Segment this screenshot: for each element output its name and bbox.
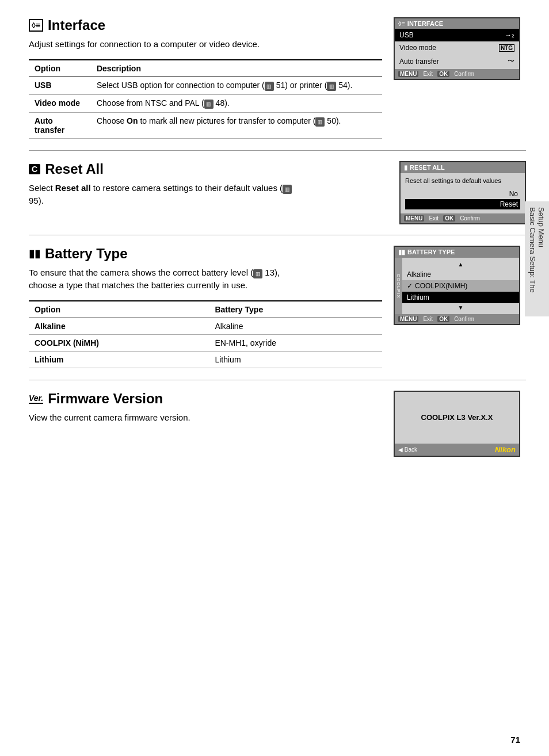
interface-screen-footer: MENU Exit OK Confirm xyxy=(395,69,519,79)
battery-screen-header: ▮▮ BATTERY TYPE xyxy=(395,247,519,258)
interface-option-usb: USB xyxy=(29,77,91,94)
battery-options: ▲ Alkaline ✓ COOLPIX(NiMH) Lithium ▼ xyxy=(402,258,519,314)
table-row: Autotransfer Choose On to mark all new p… xyxy=(29,112,382,138)
firmware-version-text: COOLPIX L3 Ver.X.X xyxy=(421,413,493,422)
interface-section: ◊≡ Interface Adjust settings for connect… xyxy=(29,17,526,139)
interface-col2-header: Description xyxy=(91,60,382,77)
scroll-up-arrow: ▲ xyxy=(402,260,519,269)
firmware-description: View the current camera firmware version… xyxy=(29,411,305,425)
reset-screen-title: RESET ALL xyxy=(410,164,445,171)
battery-option-lithium-screen: Lithium xyxy=(402,292,519,303)
exit-label: Exit xyxy=(429,215,439,222)
interface-description: Adjust settings for connection to a comp… xyxy=(29,38,305,51)
reset-option-no: No xyxy=(405,189,520,199)
battery-screen-footer: MENU Exit OK Confirm xyxy=(395,314,519,324)
battery-option-lithium: Lithium xyxy=(29,351,209,368)
reset-section: C Reset All Select Reset all to restore … xyxy=(29,161,526,224)
reset-screen-header: ▮ RESET ALL xyxy=(401,162,525,173)
battery-option-alkaline-screen: Alkaline xyxy=(402,269,519,280)
battery-table: Option Battery Type Alkaline Alkaline CO… xyxy=(29,300,382,368)
menu-button-label: MENU xyxy=(404,215,424,222)
nikon-logo: Nikon xyxy=(495,445,516,454)
interface-icon: ◊≡ xyxy=(29,19,43,32)
reset-screen-container: ▮ RESET ALL Reset all settings to defaul… xyxy=(394,161,526,224)
battery-side-label: COOLPIX xyxy=(395,258,402,314)
reset-screen-icon: ▮ xyxy=(404,164,407,171)
battery-title: ▮▮ Battery Type xyxy=(29,246,382,262)
table-row: Alkaline Alkaline xyxy=(29,318,382,334)
table-row: COOLPIX (NiMH) EN-MH1, oxyride xyxy=(29,334,382,351)
firmware-screen-footer: ◀ Back Nikon xyxy=(395,444,519,456)
firmware-title: Ver. Firmware Version xyxy=(29,391,382,407)
firmware-camera-screen: COOLPIX L3 Ver.X.X ◀ Back Nikon xyxy=(394,391,520,457)
table-row: Video mode Choose from NTSC and PAL (▥ 4… xyxy=(29,94,382,112)
interface-option-videomode: Video mode xyxy=(29,94,91,112)
interface-screen-container: ◊≡ INTERFACE USB →₂ Video mode NTG Auto … xyxy=(394,17,526,80)
reset-screen-body: Reset all settings to default values No … xyxy=(401,173,525,213)
interface-desc-videomode: Choose from NTSC and PAL (▥ 48). xyxy=(91,94,382,112)
reset-option-reset: Reset xyxy=(405,199,520,209)
battery-option-coolpix-screen: ✓ COOLPIX(NiMH) xyxy=(402,280,519,292)
interface-screen-icon: ◊≡ xyxy=(398,20,405,27)
confirm-label: Confirm xyxy=(454,316,474,322)
reset-icon: C xyxy=(29,164,40,174)
firmware-screen-container: COOLPIX L3 Ver.X.X ◀ Back Nikon xyxy=(394,391,526,457)
interface-title: ◊≡ Interface xyxy=(29,17,382,33)
firmware-screen-body: COOLPIX L3 Ver.X.X xyxy=(395,392,519,444)
battery-screen-container: ▮▮ BATTERY TYPE COOLPIX ▲ Alkaline ✓ COO… xyxy=(394,246,526,325)
ref-icon: ▥ xyxy=(315,117,325,127)
confirm-label: Confirm xyxy=(454,71,474,77)
interface-camera-screen: ◊≡ INTERFACE USB →₂ Video mode NTG Auto … xyxy=(394,17,520,80)
battery-col1-header: Option xyxy=(29,301,209,318)
ok-button-label: OK xyxy=(443,215,455,222)
checkmark-icon: ✓ xyxy=(407,282,413,290)
battery-camera-screen: ▮▮ BATTERY TYPE COOLPIX ▲ Alkaline ✓ COO… xyxy=(394,246,520,325)
reset-title-text: Reset All xyxy=(45,161,104,177)
ref-icon: ▥ xyxy=(265,82,274,91)
table-row: USB Select USB option for connection to … xyxy=(29,77,382,94)
reset-screen-desc: Reset all settings to default values xyxy=(405,177,520,185)
battery-description: To ensure that the camera shows the corr… xyxy=(29,266,305,292)
battery-screen-title: BATTERY TYPE xyxy=(407,249,455,255)
battery-desc-alkaline: Alkaline xyxy=(209,318,382,334)
battery-section: ▮▮ Battery Type To ensure that the camer… xyxy=(29,246,526,368)
sidebar-label: Basic Camera Setup: The Setup Menu xyxy=(525,201,549,316)
interface-screen-header: ◊≡ INTERFACE xyxy=(395,18,519,29)
back-arrow-icon: ◀ xyxy=(398,446,403,453)
menu-button-label: MENU xyxy=(398,71,418,77)
interface-option-autotransfer: Autotransfer xyxy=(29,112,91,138)
divider-2 xyxy=(29,235,526,235)
confirm-label: Confirm xyxy=(460,215,480,222)
firmware-title-text: Firmware Version xyxy=(48,391,163,407)
table-row: Lithium Lithium xyxy=(29,351,382,368)
ok-button-label: OK xyxy=(437,316,449,322)
reset-camera-screen: ▮ RESET ALL Reset all settings to defaul… xyxy=(399,161,526,224)
battery-desc-coolpix: EN-MH1, oxyride xyxy=(209,334,382,351)
battery-screen-body: COOLPIX ▲ Alkaline ✓ COOLPIX(NiMH) Lithi… xyxy=(395,258,519,314)
exit-label: Exit xyxy=(423,71,433,77)
reset-screen-footer: MENU Exit OK Confirm xyxy=(401,213,525,223)
back-label: Back xyxy=(405,446,417,453)
battery-icon: ▮▮ xyxy=(29,247,40,260)
interface-title-text: Interface xyxy=(48,17,105,33)
ref-icon: ▥ xyxy=(204,100,214,109)
battery-option-alkaline: Alkaline xyxy=(29,318,209,334)
divider-1 xyxy=(29,150,526,151)
reset-title: C Reset All xyxy=(29,161,382,177)
battery-option-coolpix: COOLPIX (NiMH) xyxy=(29,334,209,351)
interface-screen-row-usb: USB →₂ xyxy=(395,29,519,41)
menu-button-label: MENU xyxy=(398,316,418,322)
battery-screen-icon: ▮▮ xyxy=(398,249,405,256)
divider-3 xyxy=(29,380,526,380)
interface-desc-autotransfer: Choose On to mark all new pictures for t… xyxy=(91,112,382,138)
interface-screen-row-autotransfer: Auto transfer 〜 xyxy=(395,54,519,68)
page-number: 71 xyxy=(510,735,520,744)
battery-col2-header: Battery Type xyxy=(209,301,382,318)
interface-col1-header: Option xyxy=(29,60,91,77)
interface-screen-body: USB →₂ Video mode NTG Auto transfer 〜 xyxy=(395,29,519,69)
ref-icon: ▥ xyxy=(283,185,292,194)
interface-screen-title: INTERFACE xyxy=(407,20,443,27)
battery-desc-lithium: Lithium xyxy=(209,351,382,368)
firmware-back: ◀ Back xyxy=(398,446,417,453)
firmware-icon: Ver. xyxy=(29,394,43,404)
